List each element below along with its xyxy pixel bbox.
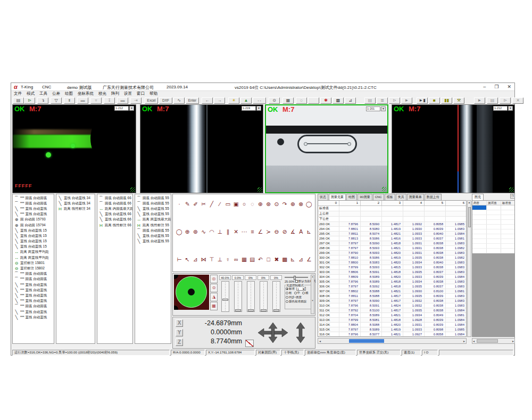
tool-save-icon[interactable]: ▤ [13,97,24,104]
palette-tool-icon[interactable]: ∕ [217,201,223,207]
tool-play-icon[interactable]: ► [401,97,412,104]
light-slider-track[interactable] [221,281,229,312]
results-data-row[interactable]: 315 OK7.87978.50891.48191.09330.80981.09… [318,327,466,332]
results-data-row[interactable]: 300 OK7.88108.50861.48191.09350.80381.09… [318,256,466,260]
results-fixed-row[interactable]: 上公差 [318,211,466,217]
tool-open-icon[interactable]: ⊳ [24,97,35,104]
light-coax-button[interactable]: ⊙ [210,284,218,292]
tool-star-icon[interactable]: ✱ [320,97,331,104]
feature-item[interactable]: ⌒*** 圆弧 自动圆弧 [13,195,54,201]
palette-tool-icon[interactable]: ⊿ [193,256,199,262]
results-data-row[interactable]: 316 OK7.87968.50771.48211.09270.80581.09… [318,332,466,337]
menu-item-公差[interactable]: 公差 [52,91,60,96]
palette-tool-icon[interactable]: ⊕ [290,201,296,207]
results-data-row[interactable]: 305 OK7.87968.50891.48181.09340.80381.09… [318,279,466,284]
results-vscrollbar[interactable]: ▲ [467,200,471,337]
tool-open-2-icon[interactable]: ⊳ [500,97,511,104]
elements-row[interactable] [472,225,514,229]
menu-item-绘图[interactable]: 绘图 [65,91,73,96]
elements-row[interactable] [472,215,514,220]
camera3-lens-dropdown-icon[interactable]: ▼ [381,106,386,111]
elements-detach-button[interactable]: ❐ [510,194,515,199]
elements-row[interactable] [472,234,514,239]
y-axis-button[interactable]: Y [176,329,183,336]
menu-item-坐标系统[interactable]: 坐标系统 [78,91,94,96]
light-slider-thumb[interactable] [235,309,241,311]
palette-tool-icon[interactable]: ⊾ [290,256,296,262]
feature-item[interactable]: ╲直线 自动直线 55 [135,206,171,211]
tool-pad-2-icon[interactable]: ▬ [117,97,128,104]
results-fixed-row[interactable]: 标准值 [318,206,466,211]
palette-tool-icon[interactable]: ▣ [233,201,239,207]
feature-item[interactable]: ⌒*** 圆弧 自动圆弧 [13,271,54,277]
palette-tool-icon[interactable]: ⊥ [217,256,223,262]
results-data-row[interactable]: 295 OK7.88118.50741.48211.09330.80401.09… [318,232,466,236]
feature-item[interactable]: ╲直线 自动直线 15 [13,239,54,244]
palette-tool-icon[interactable]: ⋈ [201,256,207,262]
tab-数据上传[interactable]: 数据上传 [425,194,442,200]
menu-item-阵列[interactable]: 阵列 [111,91,119,96]
palette-tool-icon[interactable]: ≡ [249,228,255,235]
palette-tool-icon[interactable]: ∠ [306,256,312,262]
results-data-row[interactable]: 298 OK7.87978.50931.48211.09310.80381.09… [318,246,466,251]
tool-zoom-icon[interactable]: ⊙ [269,97,280,104]
palette-tool-icon[interactable]: ↶ [257,256,264,262]
elements-hscroll-thumb[interactable] [477,339,498,343]
palette-tool-icon[interactable]: ⊢ [176,256,182,262]
menu-item-窗口[interactable]: 窗口 [137,91,145,96]
camera-view-2[interactable]: OK M:7 1-219 ▼ [140,104,263,193]
elements-hscroll-left[interactable]: ◂ [473,339,475,343]
feature-item[interactable]: ⌒圆弧 自动圆弧 55 [135,228,171,233]
palette-tool-icon[interactable]: A [298,228,304,235]
ring-light-preview[interactable] [174,275,209,310]
tool-probe-z-icon[interactable]: ▿ [90,97,102,104]
feature-item[interactable]: ⌒*** 圆弧 自动圆弧 [13,201,54,206]
light-segment-button[interactable]: ◮ [210,293,218,301]
camera1-lens-select[interactable]: 1-212 [114,106,129,111]
tool-edge-probe-icon[interactable]: ‖ [64,97,75,104]
camera2-lens-dropdown-icon[interactable]: ▼ [256,106,261,111]
palette-tool-icon[interactable]: ○ [241,201,247,207]
tool-chart-icon[interactable]: ⊿ [345,97,356,104]
camera-view-1[interactable]: OK M:7 FFFFF 1-212 ▼ [12,104,136,193]
palette-tool-icon[interactable]: ≻ [265,228,272,235]
feature-item[interactable]: ⊖直径标注 15801 [13,260,54,266]
tool-height-tool-icon[interactable]: ↧ [104,97,115,104]
tab-3D测量[interactable]: 3D测量 [358,194,372,200]
tool-folder-icon[interactable]: ⊳ [389,97,400,104]
palette-tool-icon[interactable]: ⊿ [298,256,304,262]
elements-row[interactable] [472,205,514,210]
palette-tool-icon[interactable]: ♀ [225,256,231,262]
camera1-resize-grip[interactable] [130,187,135,192]
feature-item[interactable]: H距离 线性标注 34 [56,206,95,211]
menu-item-文件[interactable]: 文件 [14,91,22,96]
feature-item[interactable]: ↔距离 两直线平均距 [13,255,54,260]
tool-curve-icon[interactable]: ∿ [173,97,185,104]
palette-tool-icon[interactable]: ⊛ [265,201,272,207]
tool-arrow-right-icon[interactable]: → [214,97,225,104]
light-slider-track[interactable] [234,281,242,312]
camera2-resize-grip[interactable] [257,187,262,192]
feature-item[interactable]: ╲*** 直线 自动直线 [13,282,54,287]
feature-item[interactable]: ╲直线 自动直线 55 [135,212,171,217]
elements-row[interactable] [472,239,514,244]
palette-tool-icon[interactable]: ◠ [209,228,215,235]
select-dropdown-icon[interactable]: ▼ [302,287,305,290]
camera-view-4[interactable]: OK M:7 1-212 ▼ [392,104,515,193]
radio-color-cal[interactable] [286,300,288,303]
tab-测量菜单[interactable]: 测量菜单 [407,194,424,200]
feature-item[interactable]: ╲*** 直线 自动直线 [13,299,54,304]
palette-tool-icon[interactable]: ↷ [281,201,288,207]
results-data-row[interactable]: 303 OK7.88068.50911.48181.09350.80371.09… [318,270,466,275]
palette-tool-icon[interactable]: ⊥ [217,228,223,235]
slope-move-button[interactable] [245,340,254,347]
palette-tool-icon[interactable]: ⊛ [193,228,199,235]
feature-item[interactable]: ╲*** 直线 自动直线 [13,293,54,298]
tool-minus-minus-button[interactable]: - - [253,97,266,104]
feature-item[interactable]: ⌒圆弧 自动圆弧 66 [97,201,132,206]
light-slider-thumb[interactable] [261,309,267,311]
palette-tool-icon[interactable]: □ [265,256,272,262]
feature-item[interactable]: ╲*** 直线 自动直线 [13,206,54,211]
feature-item[interactable]: ╲直线 自动直线 66 [97,217,132,223]
results-grid[interactable]: 0123456标准值上公差下公差293 OK7.87968.50901.4817… [318,200,467,337]
